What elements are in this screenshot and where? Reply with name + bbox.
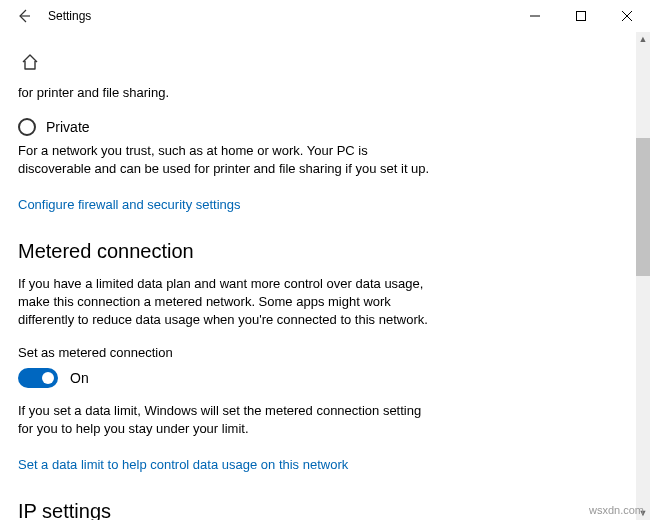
radio-icon <box>18 118 36 136</box>
metered-desc: If you have a limited data plan and want… <box>18 275 438 330</box>
ip-title: IP settings <box>18 500 632 521</box>
metered-limit-desc: If you set a data limit, Windows will se… <box>18 402 438 438</box>
network-partial-desc: for printer and file sharing. <box>18 84 438 102</box>
back-button[interactable] <box>8 0 40 32</box>
watermark: wsxdn.com <box>589 504 644 516</box>
scroll-thumb[interactable] <box>636 138 650 276</box>
scrollbar[interactable]: ▲ ▼ <box>636 32 650 520</box>
firewall-link[interactable]: Configure firewall and security settings <box>18 197 241 212</box>
home-button[interactable] <box>18 50 42 74</box>
home-icon <box>21 53 39 71</box>
maximize-icon <box>576 11 586 21</box>
window-title: Settings <box>40 9 91 23</box>
toggle-knob-icon <box>42 372 54 384</box>
minimize-icon <box>530 11 540 21</box>
content-area: for printer and file sharing. Private Fo… <box>0 32 650 520</box>
data-limit-link[interactable]: Set a data limit to help control data us… <box>18 457 348 472</box>
maximize-button[interactable] <box>558 0 604 32</box>
metered-toggle[interactable] <box>18 368 58 388</box>
private-radio-label: Private <box>46 119 90 135</box>
svg-rect-0 <box>577 12 586 21</box>
scroll-up-arrow-icon[interactable]: ▲ <box>636 32 650 46</box>
titlebar: Settings <box>0 0 650 32</box>
scroll-track[interactable] <box>636 46 650 506</box>
private-radio[interactable]: Private <box>18 118 632 136</box>
metered-toggle-label: Set as metered connection <box>18 345 632 360</box>
window-controls <box>512 0 650 32</box>
private-desc: For a network you trust, such as at home… <box>18 142 438 178</box>
close-button[interactable] <box>604 0 650 32</box>
close-icon <box>622 11 632 21</box>
arrow-left-icon <box>16 8 32 24</box>
metered-toggle-row: On <box>18 368 632 388</box>
minimize-button[interactable] <box>512 0 558 32</box>
metered-toggle-state: On <box>70 370 89 386</box>
metered-title: Metered connection <box>18 240 632 263</box>
